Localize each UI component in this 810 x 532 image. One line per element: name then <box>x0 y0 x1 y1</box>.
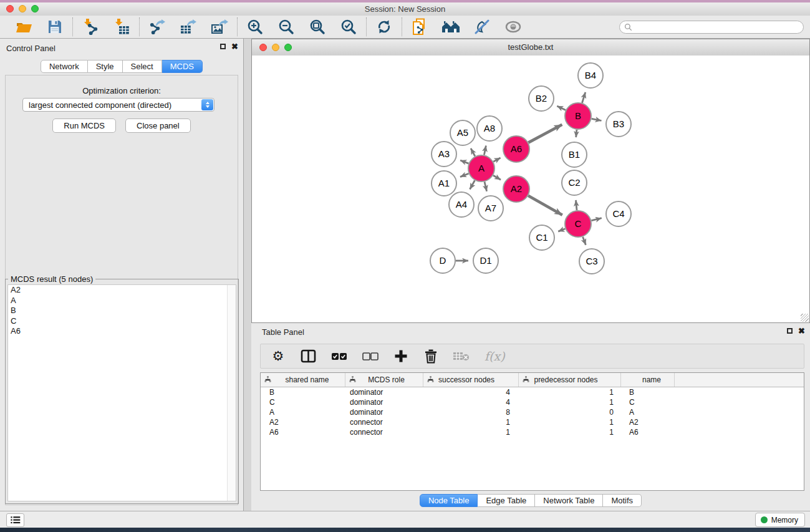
edge-A-A1[interactable] <box>460 173 469 177</box>
edge-C-C3[interactable] <box>583 237 586 245</box>
export-table-icon[interactable] <box>179 17 198 36</box>
node-B2[interactable]: B2 <box>529 86 554 111</box>
delete-row-icon[interactable] <box>423 347 438 365</box>
node-A7[interactable]: A7 <box>478 196 503 221</box>
tab-select[interactable]: Select <box>123 60 162 73</box>
cell[interactable]: dominator <box>345 398 423 407</box>
copy-network-icon[interactable] <box>410 17 429 36</box>
show-task-history-button[interactable] <box>6 513 24 527</box>
tab-motifs[interactable]: Motifs <box>603 494 642 507</box>
home-icon[interactable] <box>441 17 460 36</box>
delete-table-icon[interactable] <box>453 347 470 365</box>
mcds-result-item[interactable]: A <box>8 296 236 306</box>
cell[interactable]: C <box>621 398 675 407</box>
node-A5[interactable]: A5 <box>450 120 475 145</box>
node-B1[interactable]: B1 <box>562 142 587 167</box>
cell[interactable]: B <box>621 388 675 397</box>
tab-style[interactable]: Style <box>88 60 123 73</box>
import-network-icon[interactable] <box>81 17 100 36</box>
mcds-result-item[interactable]: A2 <box>8 285 236 296</box>
cell[interactable]: A <box>261 408 345 417</box>
cell[interactable]: A2 <box>261 418 345 427</box>
cell[interactable]: 1 <box>519 418 621 427</box>
list-scrollbar[interactable] <box>227 285 236 501</box>
node-A2[interactable]: A2 <box>503 176 529 202</box>
edge-C-C2[interactable] <box>576 200 577 210</box>
zoom-selected-icon[interactable] <box>339 17 358 36</box>
import-table-icon[interactable] <box>112 17 131 36</box>
hide-labels-icon[interactable] <box>473 17 491 36</box>
close-panel-button[interactable]: Close panel <box>125 118 191 133</box>
apply-function-icon[interactable]: f(x) <box>485 347 505 365</box>
cell[interactable]: 1 <box>519 398 621 407</box>
memory-button[interactable]: Memory <box>755 513 805 527</box>
tab-node-table[interactable]: Node Table <box>420 494 478 507</box>
select-all-icon[interactable] <box>331 347 347 365</box>
float-table-panel-icon[interactable] <box>787 328 793 334</box>
edge-B-B4[interactable] <box>582 92 586 103</box>
mcds-result-item[interactable]: C <box>8 316 236 327</box>
table-row[interactable]: Cdominator41C <box>261 397 804 407</box>
tab-mcds[interactable]: MCDS <box>162 60 203 73</box>
node-B3[interactable]: B3 <box>606 112 631 137</box>
edge-B-B1[interactable] <box>576 130 577 137</box>
optimization-criterion-select[interactable]: largest connected component (directed) <box>22 98 215 112</box>
node-A8[interactable]: A8 <box>477 116 502 141</box>
node-C3[interactable]: C3 <box>579 249 604 274</box>
cell[interactable]: C <box>261 398 345 407</box>
column-header-predecessor-nodes[interactable]: predecessor nodes <box>519 373 621 387</box>
column-header-name[interactable]: name <box>621 373 675 387</box>
search-input[interactable] <box>635 22 803 32</box>
mcds-result-item[interactable]: B <box>8 306 236 316</box>
node-B4[interactable]: B4 <box>578 63 603 88</box>
cell[interactable]: connector <box>345 418 423 427</box>
cell[interactable]: dominator <box>345 408 423 417</box>
zoom-fit-icon[interactable] <box>308 17 327 36</box>
settings-icon[interactable]: ⚙ <box>271 347 286 365</box>
edge-A2-C[interactable] <box>528 196 562 215</box>
node-C4[interactable]: C4 <box>606 201 631 226</box>
resize-grip-icon[interactable] <box>801 314 809 322</box>
cell[interactable]: B <box>261 388 345 397</box>
edge-A-A5[interactable] <box>471 148 475 157</box>
export-image-icon[interactable] <box>210 17 229 36</box>
column-header-MCDS-role[interactable]: MCDS role <box>345 373 423 387</box>
node-C[interactable]: C <box>565 211 591 237</box>
table-row[interactable]: A2connector11A2 <box>261 417 804 427</box>
show-details-icon[interactable] <box>504 17 523 36</box>
mcds-result-item[interactable]: A6 <box>8 326 236 337</box>
cell[interactable]: connector <box>345 428 423 437</box>
cell[interactable]: 4 <box>423 398 519 407</box>
column-header-successor-nodes[interactable]: successor nodes <box>423 373 519 387</box>
node-A6[interactable]: A6 <box>503 136 529 162</box>
mcds-result-list[interactable]: A2ABCA6 <box>7 284 236 501</box>
node-C1[interactable]: C1 <box>529 225 554 250</box>
edge-A-A4[interactable] <box>470 180 475 189</box>
edge-B-B3[interactable] <box>592 118 602 120</box>
edge-A-A7[interactable] <box>485 181 487 191</box>
open-file-icon[interactable] <box>14 17 33 36</box>
zoom-out-icon[interactable] <box>277 17 296 36</box>
edge-C-C1[interactable] <box>558 229 565 231</box>
edge-A-A6[interactable] <box>493 158 500 162</box>
deselect-all-icon[interactable] <box>362 347 378 365</box>
node-B[interactable]: B <box>565 103 591 129</box>
table-row[interactable]: Adominator80A <box>261 407 804 417</box>
zoom-in-icon[interactable] <box>246 17 264 36</box>
table-row[interactable]: A6connector11A6 <box>261 427 804 437</box>
float-panel-icon[interactable] <box>220 44 226 49</box>
node-A1[interactable]: A1 <box>432 171 456 196</box>
column-header-shared-name[interactable]: shared name <box>261 373 345 387</box>
tab-edge-table[interactable]: Edge Table <box>478 494 535 507</box>
add-row-icon[interactable] <box>393 347 408 365</box>
cell[interactable]: 1 <box>519 388 621 397</box>
node-D[interactable]: D <box>430 248 455 273</box>
refresh-layout-icon[interactable] <box>375 17 393 36</box>
edge-A-A3[interactable] <box>460 160 468 163</box>
node-A[interactable]: A <box>468 155 494 181</box>
node-A3[interactable]: A3 <box>432 142 456 167</box>
cell[interactable]: A <box>621 408 675 417</box>
tab-network-table[interactable]: Network Table <box>535 494 603 507</box>
edge-A-A2[interactable] <box>493 175 501 180</box>
edge-C-C4[interactable] <box>591 218 601 221</box>
